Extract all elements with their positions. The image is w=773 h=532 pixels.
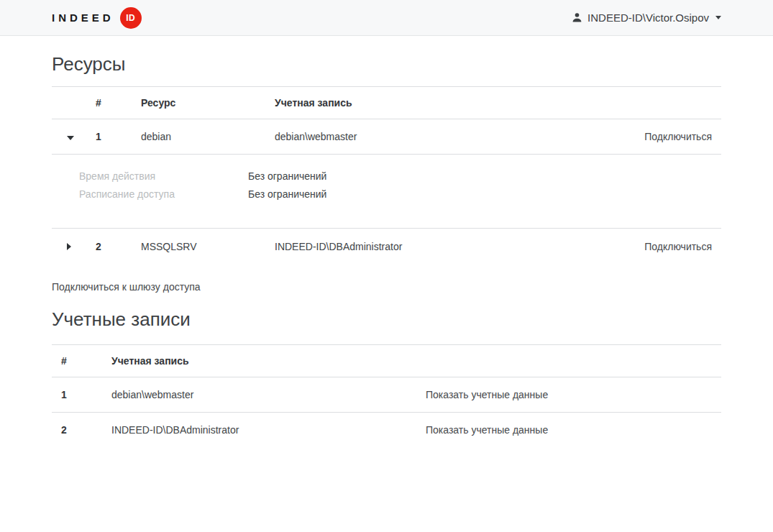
expand-row-icon[interactable] bbox=[67, 243, 71, 250]
logo-text: INDEED bbox=[52, 12, 114, 24]
resource-account: debian\webmaster bbox=[275, 119, 592, 155]
app-header: INDEED ID INDEED-ID\Victor.Osipov bbox=[0, 0, 773, 36]
logo-id-badge-icon: ID bbox=[120, 7, 142, 29]
resource-number: 2 bbox=[96, 229, 141, 265]
account-name: debian\webmaster bbox=[111, 377, 426, 412]
header-account: Учетная запись bbox=[111, 344, 426, 377]
header-action-column bbox=[592, 87, 721, 119]
resource-details: Время действия Без ограничений Расписани… bbox=[52, 155, 721, 229]
resources-title: Ресурсы bbox=[52, 51, 721, 77]
connect-button[interactable]: Подключиться bbox=[644, 131, 712, 142]
account-name: INDEED-ID\DBAdministrator bbox=[111, 412, 426, 448]
header-number: # bbox=[52, 344, 111, 377]
detail-label: Расписание доступа bbox=[79, 185, 248, 203]
person-icon bbox=[572, 12, 582, 23]
header-account: Учетная запись bbox=[275, 87, 592, 119]
account-row-dbadministrator: 2 INDEED-ID\DBAdministrator Показать уче… bbox=[52, 412, 721, 448]
resource-row-mssqlsrv: 2 MSSQLSRV INDEED-ID\DBAdministrator Под… bbox=[52, 229, 721, 265]
resource-account: INDEED-ID\DBAdministrator bbox=[275, 229, 592, 265]
user-menu[interactable]: INDEED-ID\Victor.Osipov bbox=[572, 12, 721, 24]
header-action-column bbox=[426, 344, 721, 377]
logo: INDEED ID bbox=[52, 7, 142, 29]
resource-number: 1 bbox=[96, 119, 141, 155]
header-resource: Ресурс bbox=[141, 87, 275, 119]
resources-table: # Ресурс Учетная запись 1 debian debian\… bbox=[52, 86, 721, 265]
account-row-webmaster: 1 debian\webmaster Показать учетные данн… bbox=[52, 377, 721, 412]
accounts-table-wrap: # Учетная запись 1 debian\webmaster Пока… bbox=[52, 344, 721, 449]
detail-label: Время действия bbox=[79, 168, 248, 185]
detail-value: Без ограничений bbox=[248, 168, 326, 185]
connect-button[interactable]: Подключиться bbox=[644, 241, 712, 252]
account-number: 2 bbox=[52, 412, 111, 448]
detail-line: Время действия Без ограничений bbox=[79, 168, 721, 185]
chevron-down-icon bbox=[715, 16, 721, 19]
resource-name: debian bbox=[141, 119, 275, 155]
detail-line: Расписание доступа Без ограничений bbox=[79, 185, 721, 203]
gateway-connect-link[interactable]: Подключиться к шлюзу доступа bbox=[52, 281, 201, 293]
header-number: # bbox=[96, 87, 141, 119]
user-name: INDEED-ID\Victor.Osipov bbox=[587, 12, 709, 24]
detail-value: Без ограничений bbox=[248, 185, 326, 203]
resources-table-header: # Ресурс Учетная запись bbox=[52, 87, 721, 119]
account-number: 1 bbox=[52, 377, 111, 412]
collapse-row-icon[interactable] bbox=[67, 136, 74, 140]
show-credentials-button[interactable]: Показать учетные данные bbox=[426, 424, 548, 436]
main-content: Ресурсы # Ресурс Учетная запись 1 debian… bbox=[0, 51, 773, 448]
header-caret-column bbox=[52, 87, 96, 119]
accounts-table: # Учетная запись 1 debian\webmaster Пока… bbox=[52, 344, 721, 449]
accounts-table-header: # Учетная запись bbox=[52, 344, 721, 377]
show-credentials-button[interactable]: Показать учетные данные bbox=[426, 389, 548, 400]
resource-name: MSSQLSRV bbox=[141, 229, 275, 265]
accounts-title: Учетные записи bbox=[52, 306, 721, 332]
resource-row-debian: 1 debian debian\webmaster Подключиться bbox=[52, 119, 721, 155]
